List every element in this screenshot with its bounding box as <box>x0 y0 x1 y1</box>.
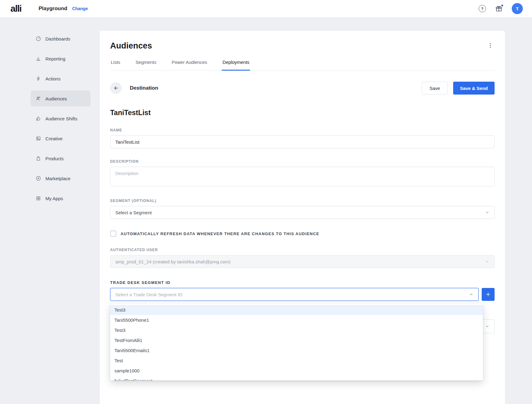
sidebar-item-label: Creative <box>45 136 63 141</box>
sidebar-item-creative[interactable]: Creative <box>31 130 91 146</box>
topbar: alli Playground Change ? T <box>0 0 532 17</box>
save-and-send-button[interactable]: Save & Send <box>453 82 495 95</box>
trade-desk-segment-select[interactable]: Select a Trade Desk Segment ID <box>110 288 479 301</box>
kebab-menu-icon[interactable] <box>486 41 495 51</box>
change-workspace-link[interactable]: Change <box>72 6 88 11</box>
name-input[interactable] <box>110 135 495 148</box>
dropdown-option[interactable]: Test3 <box>110 325 483 335</box>
sidebar-item-label: Dashboards <box>45 36 70 41</box>
plus-icon <box>486 292 491 297</box>
trade-desk-section: Select a Trade Desk Segment ID Test3 Tan… <box>110 288 495 333</box>
sidebar-item-products[interactable]: Products <box>31 150 91 166</box>
chevron-down-icon <box>485 210 489 215</box>
sidebar-item-label: Audiences <box>45 96 67 101</box>
sidebar-item-label: Reporting <box>45 56 65 61</box>
description-label: DESCRIPTION <box>110 159 495 164</box>
sidebar-item-label: Products <box>45 156 64 161</box>
help-icon[interactable]: ? <box>479 5 486 12</box>
segment-select[interactable]: Select a Segment <box>110 206 495 219</box>
tab-power-audiences[interactable]: Power Audiences <box>171 59 208 70</box>
sidebar-item-audiences[interactable]: Audiences <box>31 91 91 107</box>
alli-logo: alli <box>10 3 21 14</box>
audiences-icon <box>36 96 41 101</box>
authenticated-user-value: amp_prod_01_24 (created by tanishka.shah… <box>115 259 230 264</box>
segment-label: SEGMENT (OPTIONAL) <box>110 199 495 203</box>
workspace-name: Playground <box>39 6 67 12</box>
sidebar-item-label: Actions <box>45 76 60 81</box>
tab-bar: Lists Segments Power Audiences Deploymen… <box>110 59 495 71</box>
gift-icon[interactable] <box>495 5 503 12</box>
avatar[interactable]: T <box>512 3 523 14</box>
description-input[interactable] <box>110 167 495 186</box>
segment-id-dropdown: Test3 Tani5500Phone1 Test3 TestFromAlli1… <box>110 304 483 380</box>
sidebar-item-marketplace[interactable]: Marketplace <box>31 170 91 186</box>
shopping-bag-icon <box>36 156 41 161</box>
trade-desk-segment-label: TRADE DESK SEGMENT ID <box>110 280 495 285</box>
dropdown-option[interactable]: failedTestSegment <box>110 376 483 380</box>
tab-lists[interactable]: Lists <box>110 59 121 70</box>
sidebar-item-my-apps[interactable]: My Apps <box>31 190 91 206</box>
destination-title: Destination <box>130 85 158 91</box>
deployment-name-heading: TaniTestList <box>110 109 495 117</box>
auto-refresh-checkbox[interactable] <box>110 231 116 237</box>
tab-segments[interactable]: Segments <box>135 59 157 70</box>
chevron-down-icon <box>485 259 489 264</box>
back-button[interactable] <box>110 82 122 94</box>
dashboard-icon <box>36 36 41 41</box>
dropdown-option[interactable]: Test3 <box>110 305 483 315</box>
save-button[interactable]: Save <box>422 82 448 95</box>
thumbs-up-icon <box>36 116 41 121</box>
chevron-up-icon <box>469 292 473 297</box>
authenticated-user-select[interactable]: amp_prod_01_24 (created by tanishka.shah… <box>110 255 495 268</box>
sidebar-item-label: My Apps <box>45 196 63 201</box>
segment-select-value: Select a Segment <box>115 210 152 215</box>
topbar-actions: ? T <box>479 3 523 14</box>
main-content: Audiences Lists Segments Power Audiences… <box>100 17 532 404</box>
sidebar-item-reporting[interactable]: Reporting <box>31 51 91 67</box>
dropdown-option[interactable]: Test <box>110 355 483 366</box>
audiences-card: Audiences Lists Segments Power Audiences… <box>100 31 505 404</box>
tab-deployments[interactable]: Deployments <box>222 59 250 71</box>
authenticated-user-label: AUTHENTICATED USER <box>110 248 495 252</box>
dropdown-option[interactable]: Tani5500Emails1 <box>110 345 483 355</box>
compass-icon <box>36 176 41 181</box>
notification-dot <box>501 4 504 7</box>
name-label: NAME <box>110 128 495 132</box>
sidebar-item-dashboards[interactable]: Dashboards <box>31 31 91 47</box>
sidebar-item-label: Marketplace <box>45 176 71 181</box>
image-icon <box>36 136 41 141</box>
dropdown-option[interactable]: Tani5500Phone1 <box>110 315 483 325</box>
chevron-down-icon <box>485 324 489 328</box>
lightning-icon <box>36 76 41 81</box>
bar-chart-icon <box>36 56 41 61</box>
auto-refresh-label: AUTOMATICALLY REFRESH DATA WHENEVER THER… <box>121 231 319 236</box>
dropdown-option[interactable]: sample1000 <box>110 366 483 376</box>
apps-grid-icon <box>36 196 41 201</box>
sidebar-item-actions[interactable]: Actions <box>31 71 91 87</box>
sidebar-item-label: Audience Shifts <box>45 116 77 121</box>
dropdown-option[interactable]: TestFromAlli1 <box>110 335 483 345</box>
add-segment-button[interactable] <box>482 288 495 301</box>
back-arrow-icon <box>113 85 119 91</box>
sidebar: Dashboards Reporting Actions Audiences A… <box>0 17 100 404</box>
page-title: Audiences <box>110 41 152 51</box>
trade-desk-segment-placeholder: Select a Trade Desk Segment ID <box>115 292 182 297</box>
sidebar-item-audience-shifts[interactable]: Audience Shifts <box>31 111 91 126</box>
